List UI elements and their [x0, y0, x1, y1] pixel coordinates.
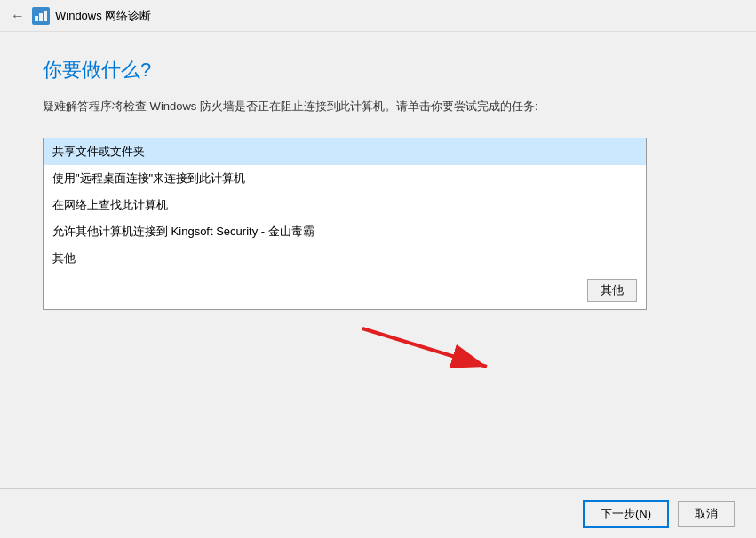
other-button[interactable]: 其他: [587, 279, 637, 302]
cancel-button[interactable]: 取消: [678, 501, 735, 527]
window-title: Windows 网络诊断: [55, 8, 151, 24]
svg-rect-2: [39, 13, 43, 21]
list-item[interactable]: 使用"远程桌面连接"来连接到此计算机: [44, 165, 646, 192]
next-button[interactable]: 下一步(N): [583, 500, 669, 528]
list-item[interactable]: 在网络上查找此计算机: [44, 192, 646, 218]
listbox-footer: 其他: [44, 272, 646, 309]
list-item[interactable]: 其他: [44, 245, 646, 272]
main-content: 你要做什么? 疑难解答程序将检查 Windows 防火墙是否正在阻止连接到此计算…: [0, 32, 756, 391]
back-button[interactable]: ←: [11, 8, 25, 24]
bottom-bar: 下一步(N) 取消: [0, 488, 756, 538]
list-item[interactable]: 允许其他计算机连接到 Kingsoft Security - 金山毒霸: [44, 218, 646, 245]
options-listbox: 共享文件或文件夹 使用"远程桌面连接"来连接到此计算机 在网络上查找此计算机 允…: [43, 138, 647, 310]
description-text: 疑难解答程序将检查 Windows 防火墙是否正在阻止连接到此计算机。请单击你要…: [43, 98, 647, 116]
list-item[interactable]: 共享文件或文件夹: [44, 138, 646, 165]
svg-line-5: [362, 328, 487, 367]
app-icon: [32, 7, 50, 25]
svg-rect-1: [35, 16, 38, 21]
page-heading: 你要做什么?: [43, 57, 713, 83]
titlebar: ← Windows 网络诊断: [0, 0, 756, 32]
svg-rect-3: [44, 11, 47, 21]
red-arrow: [309, 324, 505, 373]
